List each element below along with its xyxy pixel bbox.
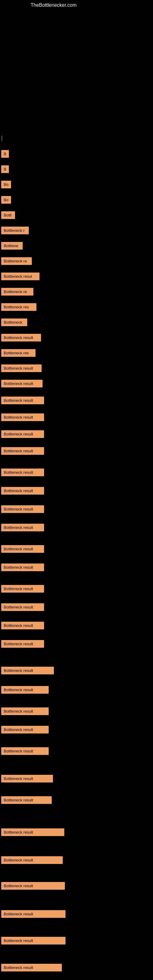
bottleneck-item: Bottleneck result <box>1 487 44 495</box>
bottleneck-item: Bo <box>1 181 11 188</box>
bottleneck-item: Bottleneck <box>1 318 27 326</box>
bottleneck-item: Bottleneck result <box>1 964 62 971</box>
bottleneck-item: Bottleneck result <box>1 708 49 715</box>
bottleneck-item: Bottleneck res <box>1 303 37 311</box>
bottleneck-item: Bottlene <box>1 242 22 250</box>
bottleneck-item: Bottleneck result <box>1 414 44 421</box>
bottleneck-item: Bottleneck re <box>1 257 32 265</box>
site-title: TheBottlenecker.com <box>30 2 76 8</box>
bottleneck-item: Bottleneck result <box>1 603 44 611</box>
bottleneck-item: Bottleneck result <box>1 334 41 342</box>
bottleneck-item: B <box>1 150 9 158</box>
bottleneck-item: Bottleneck re <box>1 288 33 296</box>
bottleneck-item: Bottleneck result <box>1 910 65 918</box>
bottleneck-item: Bottleneck result <box>1 856 63 864</box>
bottleneck-item: Bottleneck result <box>1 829 64 836</box>
bottleneck-item: Bottleneck result <box>1 396 44 404</box>
bottleneck-item: Bottleneck result <box>1 524 44 531</box>
bottleneck-item: Bottleneck result <box>1 469 44 476</box>
bottleneck-item: Bottleneck result <box>1 747 49 755</box>
bottleneck-item: Bottleneck result <box>1 505 44 513</box>
bottleneck-item: Bottleneck result <box>1 640 44 648</box>
bottleneck-item: Bottleneck result <box>1 775 53 783</box>
bottleneck-item: Bottleneck result <box>1 447 44 455</box>
bottleneck-item: Bottleneck result <box>1 882 65 890</box>
bottleneck-item: B <box>1 165 9 173</box>
bottleneck-item: Bottleneck resul <box>1 272 40 280</box>
bottleneck-item: Bottleneck result <box>1 430 44 438</box>
bottleneck-item: Bottleneck result <box>1 622 44 629</box>
bottleneck-item: Bottleneck result <box>1 545 44 553</box>
bottleneck-item: Bottleneck result <box>1 686 49 694</box>
bottleneck-item: Bo <box>1 196 11 204</box>
bottleneck-item: Bottleneck result <box>1 364 41 372</box>
bottleneck-item: Bottleneck result <box>1 937 65 945</box>
bottleneck-item: Bottleneck result <box>1 563 44 571</box>
bottleneck-item: Bottleneck res <box>1 349 35 357</box>
bottleneck-item: Bottleneck result <box>1 585 44 593</box>
bottleneck-item: Bottleneck result <box>1 380 43 387</box>
bottleneck-item: Bottleneck result <box>1 796 52 804</box>
bottleneck-item: Bottleneck r <box>1 227 29 234</box>
bottleneck-item: Bottleneck result <box>1 667 54 675</box>
bottleneck-item: Bottl <box>1 211 15 219</box>
bottleneck-item: Bottleneck result <box>1 726 49 733</box>
bottleneck-item: | <box>1 135 3 141</box>
